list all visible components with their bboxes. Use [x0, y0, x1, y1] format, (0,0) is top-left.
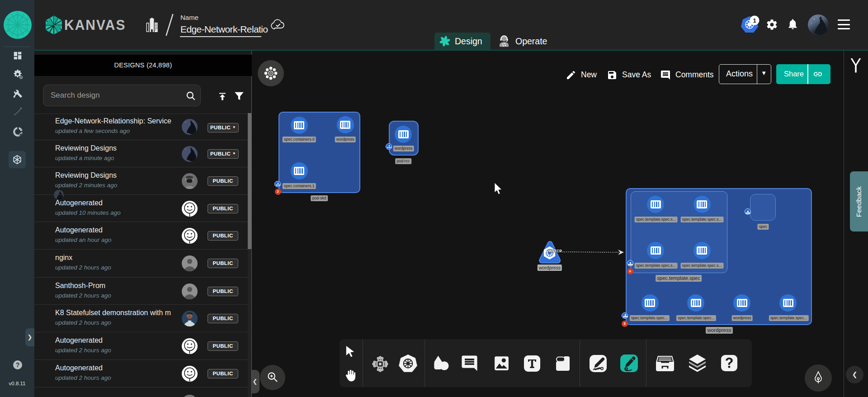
svg-text:1: 1: [753, 17, 756, 24]
